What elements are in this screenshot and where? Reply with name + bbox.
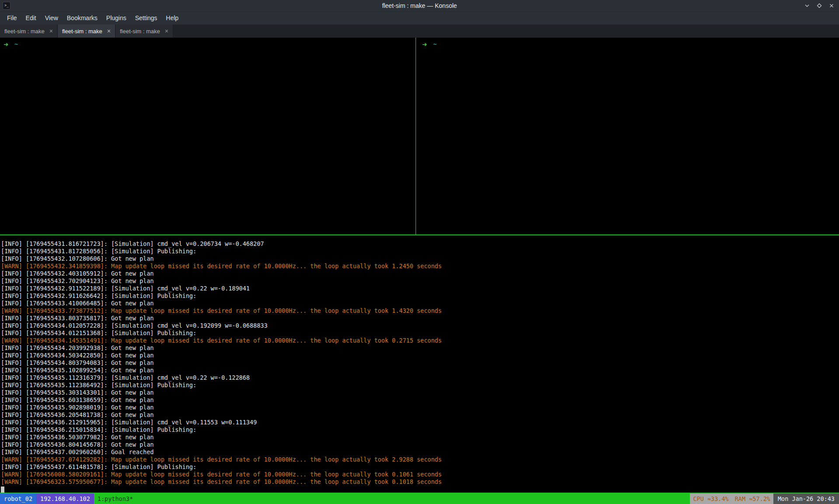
status-ip-address: 192.168.40.102 <box>36 494 94 504</box>
log-line: [WARN] [1769455434.145351491]: Map updat… <box>1 337 839 344</box>
log-line: [INFO] [1769455432.403105912]: Got new p… <box>1 270 839 277</box>
tab-2[interactable]: fleet-sim : make× <box>58 24 115 38</box>
konsole-app-icon: >_ <box>3 2 10 10</box>
shell-prompt: ➜~ <box>416 38 839 48</box>
menu-bar: FileEditViewBookmarksPluginsSettingsHelp <box>0 12 839 24</box>
log-line: [INFO] [1769455435.902898019]: Got new p… <box>1 404 839 411</box>
maximize-icon[interactable] <box>816 3 822 9</box>
log-line: [INFO] [1769455431.817285056]: [Simulati… <box>1 248 839 255</box>
log-line: [INFO] [1769455434.012151368]: [Simulati… <box>1 329 839 337</box>
tab-3[interactable]: fleet-sim : make× <box>115 24 173 38</box>
log-line: [INFO] [1769455436.215015834]: [Simulati… <box>1 426 839 434</box>
tab-label: fleet-sim : make <box>4 28 45 35</box>
status-session-name: robot_02 <box>0 494 36 504</box>
log-line: [INFO] [1769455436.212915965]: [Simulati… <box>1 419 839 426</box>
menu-help[interactable]: Help <box>161 12 183 24</box>
menu-file[interactable]: File <box>3 12 21 24</box>
menu-edit[interactable]: Edit <box>21 12 41 24</box>
log-line: [INFO] [1769455435.112386492]: [Simulati… <box>1 382 839 389</box>
log-line: [INFO] [1769455435.303143301]: Got new p… <box>1 389 839 396</box>
konsole-window: >_ fleet-sim : make — Konsole FileEditVi… <box>0 0 839 504</box>
tab-bar: fleet-sim : make×fleet-sim : make×fleet-… <box>0 24 839 38</box>
menu-settings[interactable]: Settings <box>131 12 162 24</box>
tab-label: fleet-sim : make <box>120 28 160 35</box>
tab-close-icon[interactable]: × <box>49 28 53 34</box>
prompt-arrow-icon: ➜ <box>422 41 427 48</box>
log-line: [INFO] [1769455435.102899254]: Got new p… <box>1 367 839 374</box>
log-line: [WARN] [1769456323.575950677]: Map updat… <box>1 478 839 486</box>
log-line: [INFO] [1769455432.107280606]: Got new p… <box>1 255 839 262</box>
log-line: [WARN] [1769455433.773877512]: Map updat… <box>1 307 839 315</box>
tab-close-icon[interactable]: × <box>107 28 111 34</box>
tab-label: fleet-sim : make <box>62 28 102 35</box>
log-line: [INFO] [1769455435.603138659]: Got new p… <box>1 396 839 404</box>
log-line: [INFO] [1769455435.112316379]: [Simulati… <box>1 374 839 382</box>
tmux-pane-top-left[interactable]: ➜~ <box>0 38 416 234</box>
tmux-horizontal-pane-border-active[interactable] <box>0 234 839 235</box>
log-line: [INFO] [1769455432.702904123]: Got new p… <box>1 277 839 285</box>
log-line: [WARN] [1769456008.580209161]: Map updat… <box>1 471 839 478</box>
terminal-cursor <box>1 486 4 493</box>
status-filler <box>136 494 690 504</box>
status-window-entry[interactable]: 1:python3* <box>94 494 136 504</box>
log-line: [INFO] [1769455436.205481738]: Got new p… <box>1 411 839 419</box>
log-line: [INFO] [1769455432.911522189]: [Simulati… <box>1 285 839 292</box>
status-clock: Mon Jan-26 20:43 <box>773 494 839 504</box>
status-cpu: CPU ≈33.4% <box>690 494 731 504</box>
prompt-path: ~ <box>14 41 18 48</box>
log-line: [INFO] [1769455434.012057228]: [Simulati… <box>1 322 839 329</box>
tmux-pane-top-right[interactable]: ➜~ <box>416 38 839 234</box>
menu-bookmarks[interactable]: Bookmarks <box>63 12 102 24</box>
title-bar[interactable]: >_ fleet-sim : make — Konsole <box>0 0 839 12</box>
log-line: [INFO] [1769455432.911626642]: [Simulati… <box>1 292 839 300</box>
minimize-icon[interactable] <box>804 3 810 9</box>
log-line: [INFO] [1769455436.804145678]: Got new p… <box>1 441 839 448</box>
log-line: [INFO] [1769455434.803794083]: Got new p… <box>1 359 839 367</box>
menu-plugins[interactable]: Plugins <box>102 12 131 24</box>
log-line: [WARN] [1769455432.341859398]: Map updat… <box>1 262 839 270</box>
log-pane[interactable]: [INFO] [1769455431.816721723]: [Simulati… <box>1 240 839 486</box>
menu-view[interactable]: View <box>41 12 63 24</box>
close-icon[interactable] <box>829 3 835 9</box>
log-line: [INFO] [1769455437.002960260]: Goal reac… <box>1 448 839 456</box>
tmux-status-bar: robot_02 192.168.40.102 1:python3* CPU ≈… <box>0 494 839 504</box>
shell-prompt: ➜~ <box>0 38 416 48</box>
log-line: [INFO] [1769455433.410066485]: Got new p… <box>1 300 839 307</box>
log-line: [WARN] [1769455437.074129282]: Map updat… <box>1 456 839 463</box>
log-line: [INFO] [1769455433.803735817]: Got new p… <box>1 315 839 322</box>
window-controls <box>804 3 839 9</box>
terminal-area[interactable]: ➜~ ➜~ [INFO] [1769455431.816721723]: [Si… <box>0 38 839 504</box>
tab-1[interactable]: fleet-sim : make× <box>0 24 58 38</box>
tab-close-icon[interactable]: × <box>165 28 168 34</box>
log-line: [INFO] [1769455436.503077982]: Got new p… <box>1 434 839 441</box>
prompt-arrow-icon: ➜ <box>3 41 8 48</box>
window-title: fleet-sim : make — Konsole <box>0 2 839 9</box>
log-line: [INFO] [1769455431.816721723]: [Simulati… <box>1 240 839 248</box>
log-line: [INFO] [1769455434.203992938]: Got new p… <box>1 344 839 352</box>
log-line: [INFO] [1769455434.503422850]: Got new p… <box>1 352 839 359</box>
prompt-path: ~ <box>433 41 437 48</box>
log-line: [INFO] [1769455437.611481578]: [Simulati… <box>1 463 839 471</box>
status-ram: RAM ≈57.2% <box>732 494 773 504</box>
